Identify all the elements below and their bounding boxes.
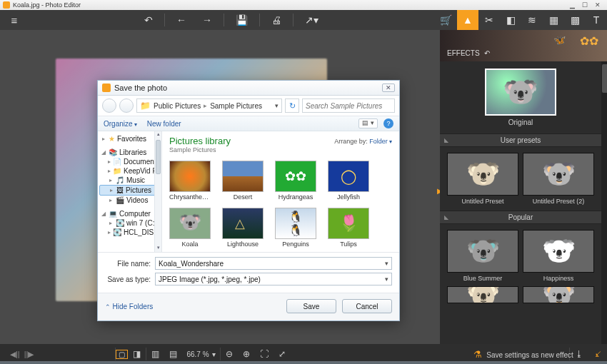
nav-back-button[interactable]: [102, 98, 116, 113]
undo-icon[interactable]: ↶: [140, 14, 157, 26]
category-user-presets[interactable]: ◣User presets: [440, 133, 601, 147]
dialog-app-icon: [102, 84, 111, 92]
prev-image-icon[interactable]: ◀||: [10, 350, 20, 359]
tree-libraries[interactable]: Libraries: [119, 148, 146, 156]
preset-untitled-1[interactable]: Untitled Preset: [447, 153, 518, 205]
folder-tree[interactable]: ▸★Favorites ◢📚Libraries ▸📄Documents ▸📁Ke…: [98, 131, 162, 252]
breadcrumb[interactable]: 📁 Public Pictures ▸ Sample Pictures ▾: [136, 98, 282, 113]
new-folder-button[interactable]: New folder: [147, 120, 181, 128]
cancel-button[interactable]: Cancel: [342, 299, 392, 313]
effects-panel: EFFECTS ↶ Original ◣User presets Untitle…: [440, 30, 607, 344]
savetype-label: Save as type:: [105, 275, 155, 283]
zoom-fit-icon[interactable]: ⛶: [255, 349, 274, 359]
view-mode-button[interactable]: ▤ ▾: [358, 118, 378, 128]
tree-pictures[interactable]: Pictures: [126, 186, 151, 194]
dialog-nav: 📁 Public Pictures ▸ Sample Pictures ▾ ↻: [98, 96, 399, 116]
file-list: Pictures library Sample Pictures Arrange…: [162, 131, 399, 252]
effect-blue-summer[interactable]: Blue Summer: [447, 230, 518, 282]
dialog-close-button[interactable]: ✕: [382, 84, 395, 92]
dialog-title: Save the photo: [114, 84, 167, 92]
share-icon[interactable]: ↗▾: [301, 14, 323, 26]
view-compare-icon[interactable]: ◨: [128, 349, 146, 359]
zoom-display[interactable]: 66.7 %▾: [182, 350, 219, 358]
effects-header: EFFECTS ↶: [440, 30, 607, 61]
file-thumb-jellyfish[interactable]: Jellyfish: [328, 161, 369, 201]
tab-text[interactable]: T: [586, 10, 607, 30]
close-button[interactable]: ✕: [591, 1, 604, 9]
savetype-select[interactable]: JPEG Image (*.jpg, *.jpeg, *.jpe)▾: [155, 273, 392, 285]
refresh-button[interactable]: ↻: [285, 98, 299, 113]
tree-computer[interactable]: Computer: [119, 210, 151, 218]
next-image-icon[interactable]: ||▶: [24, 350, 34, 359]
filename-label: File name:: [105, 260, 155, 268]
search-input[interactable]: [302, 98, 395, 113]
tab-effects[interactable]: ▲: [457, 10, 478, 30]
tree-win7[interactable]: win 7 (C:): [126, 219, 157, 227]
preset-untitled-2[interactable]: Untitled Preset (2): [523, 153, 594, 205]
app-logo-icon: [3, 1, 10, 9]
breadcrumb-2[interactable]: Sample Pictures: [210, 102, 262, 110]
menu-button[interactable]: ≡: [0, 14, 29, 26]
original-label: Original: [447, 118, 594, 126]
zoom-in-icon[interactable]: ⊕: [238, 349, 255, 359]
tab-equalize[interactable]: ≋: [521, 10, 543, 30]
file-thumb-lighthouse[interactable]: Lighthouse: [222, 208, 264, 248]
effect-happiness[interactable]: Happiness: [523, 230, 594, 282]
file-thumb-tulips[interactable]: Tulips: [328, 208, 369, 248]
maximize-button[interactable]: ☐: [578, 1, 591, 9]
save-dialog: Save the photo ✕ 📁 Public Pictures ▸ Sam…: [97, 80, 400, 321]
file-thumb-penguins[interactable]: Penguins: [275, 208, 316, 248]
nav-forward-button[interactable]: [119, 98, 134, 113]
organize-menu[interactable]: Organize: [104, 120, 137, 128]
next-icon[interactable]: →: [198, 14, 216, 26]
save-as-effect-button[interactable]: Save settings as new effect: [440, 349, 607, 360]
effect-original[interactable]: Original: [440, 61, 601, 133]
window-titlebar: Koala.jpg - Photo Editor ▁ ☐ ✕: [0, 0, 607, 10]
tree-videos[interactable]: Videos: [126, 196, 148, 204]
file-thumb-chrysanthemum[interactable]: Chrysanthemum: [169, 161, 211, 201]
breadcrumb-dropdown-icon[interactable]: ▾: [275, 102, 279, 109]
taskbar-hint: [0, 361, 607, 364]
view-single-icon[interactable]: ▢: [116, 350, 128, 359]
effect-extra-2[interactable]: [523, 286, 594, 303]
tree-music[interactable]: Music: [126, 176, 145, 184]
effects-title: EFFECTS: [447, 49, 480, 57]
prev-icon[interactable]: ←: [172, 14, 191, 26]
tree-scrollbar[interactable]: ▴▾: [154, 131, 161, 252]
zoom-out-icon[interactable]: ⊖: [221, 349, 238, 359]
arrange-by[interactable]: Arrange by: Folder: [334, 138, 392, 145]
tab-adjust[interactable]: ◧: [500, 10, 521, 30]
folder-icon: 📁: [140, 101, 151, 111]
main-toolbar: ≡ ↶ ← → 💾 🖨 ↗▾ 🛒 ▲ ✂ ◧ ≋ ▦ ▩ T: [0, 10, 607, 30]
tree-favorites[interactable]: Favorites: [117, 135, 146, 143]
category-popular[interactable]: ◣Popular: [440, 211, 601, 224]
effects-reset-icon[interactable]: ↶: [484, 49, 490, 57]
view-split-icon[interactable]: ▥: [146, 349, 164, 359]
tab-frame[interactable]: ▦: [543, 10, 564, 30]
library-subtitle: Sample Pictures: [169, 146, 392, 153]
save-button[interactable]: Save: [286, 299, 336, 313]
print-icon[interactable]: 🖨: [267, 14, 286, 26]
cart-icon[interactable]: 🛒: [434, 14, 457, 26]
save-icon[interactable]: 💾: [231, 14, 252, 26]
dialog-titlebar[interactable]: Save the photo ✕: [98, 81, 399, 96]
file-thumb-desert[interactable]: Desert: [222, 161, 264, 201]
effect-extra-1[interactable]: [447, 286, 518, 303]
file-thumb-hydrangeas[interactable]: Hydrangeas: [275, 161, 316, 201]
tab-texture[interactable]: ▩: [564, 10, 586, 30]
breadcrumb-1[interactable]: Public Pictures: [154, 102, 201, 110]
original-thumb: [485, 69, 556, 116]
view-grid-icon[interactable]: ▤: [164, 349, 182, 359]
dialog-toolbar: Organize New folder ▤ ▾ ?: [98, 116, 399, 131]
zoom-actual-icon[interactable]: ⤢: [274, 349, 291, 359]
minimize-button[interactable]: ▁: [566, 1, 578, 9]
file-thumb-koala[interactable]: Koala: [169, 208, 211, 248]
window-title: Koala.jpg - Photo Editor: [13, 1, 81, 9]
help-button[interactable]: ?: [383, 118, 393, 128]
hide-folders-toggle[interactable]: Hide Folders: [105, 303, 153, 310]
tab-crop[interactable]: ✂: [478, 10, 500, 30]
effects-scrollbar[interactable]: [601, 61, 607, 344]
filename-input[interactable]: Koala_Wondershare▾: [155, 257, 392, 270]
